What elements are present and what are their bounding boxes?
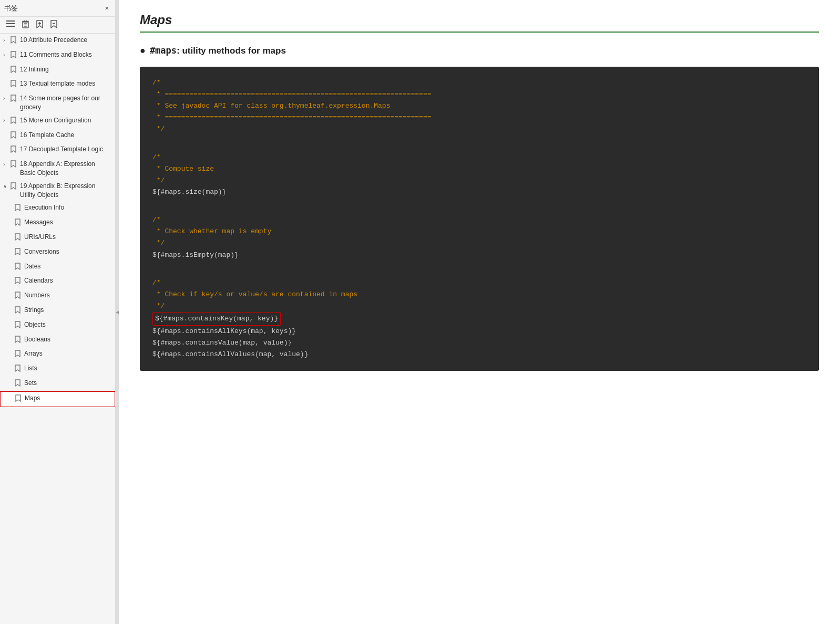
sidebar-item-sub-conversions[interactable]: Conversions [0,245,115,260]
code-line: ${#maps.containsKey(map, key)} [152,312,806,326]
svg-marker-32 [15,307,20,313]
bullet-heading-text: #maps: utility methods for maps [150,45,286,56]
sidebar-item-item-18[interactable]: ›18 Appendix A: Expression Basic Objects [0,158,115,180]
sidebar-item-sub-booleans[interactable]: Booleans [0,333,115,348]
add-bookmark-button[interactable] [34,19,45,31]
sidebar-title: 书签 [4,4,18,13]
expand-arrow: › [3,161,9,168]
bookmark-icon [11,117,18,127]
bookmark-icon [11,66,18,76]
sidebar-header: 书签 × [0,0,115,17]
sidebar-item-sub-maps[interactable]: Maps [0,391,115,407]
sidebar-item-item-15[interactable]: ›15 More on Configuration [0,114,115,129]
bookmark-icon [15,219,22,228]
delete-bookmark-button[interactable] [20,19,31,31]
bookmark-icon [15,248,22,258]
sidebar-item-label: 17 Decoupled Template Logic [20,145,103,154]
close-sidebar-button[interactable]: × [103,3,111,13]
sidebar-item-label: Strings [24,306,44,315]
expand-arrow: › [3,95,9,102]
code-line [152,135,806,143]
sidebar-item-label: Conversions [24,247,59,256]
code-line: * See javadoc API for class org.thymelea… [152,100,806,112]
sidebar-item-sub-uris[interactable]: URIs/URLs [0,231,115,245]
sidebar-item-label: Dates [24,262,40,271]
bookmark-icon [11,182,18,192]
bookmark-icon [11,36,18,46]
svg-marker-36 [15,365,20,371]
svg-marker-37 [15,380,20,386]
svg-rect-0 [6,20,15,22]
svg-marker-21 [11,132,16,138]
code-line: * Compute size [152,163,806,175]
sidebar-item-item-19[interactable]: ∨19 Appendix B: Expression Utility Objec… [0,180,115,202]
sidebar-item-label: Calendars [24,276,53,285]
bookmark-icon [11,51,18,61]
bookmark-icon [15,321,22,331]
bookmark-icon [11,95,18,105]
sidebar-item-sub-calendars[interactable]: Calendars [0,274,115,289]
expand-arrow: › [3,37,9,44]
sidebar-item-label: 10 Attribute Precedence [20,36,87,45]
svg-marker-27 [15,234,20,240]
svg-marker-31 [15,292,20,298]
sidebar-item-sub-messages[interactable]: Messages [0,216,115,231]
code-line: */ [152,300,806,312]
remove-bookmark-button[interactable] [48,19,59,31]
sidebar-item-label: Execution Info [24,203,64,212]
sidebar-item-item-16[interactable]: 16 Template Cache [0,129,115,143]
bookmark-icon [15,336,22,346]
bookmark-icon [15,277,22,287]
sidebar-item-sub-sets[interactable]: Sets [0,377,115,391]
sidebar-item-sub-arrays[interactable]: Arrays [0,347,115,362]
sidebar-item-sub-dates[interactable]: Dates [0,260,115,275]
sidebar-item-label: Booleans [24,335,50,344]
sidebar-item-label: 18 Appendix A: Expression Basic Objects [20,160,112,178]
sidebar-item-sub-objects[interactable]: Objects [0,318,115,333]
code-line [152,206,806,215]
sidebar-item-item-10[interactable]: ›10 Attribute Precedence [0,34,115,48]
sidebar-item-label: Sets [24,379,37,388]
sidebar-item-label: 19 Appendix B: Expression Utility Object… [20,182,112,200]
sidebar-item-sub-lists[interactable]: Lists [0,362,115,377]
sidebar-item-item-13[interactable]: 13 Textual template modes [0,77,115,92]
sidebar-item-label: 16 Template Cache [20,131,74,140]
code-line [152,143,806,152]
sidebar-item-label: Maps [25,394,40,403]
code-line: ${#maps.containsAllValues(map, value)} [152,349,806,360]
bookmark-icon [15,233,22,243]
sidebar-item-sub-numbers[interactable]: Numbers [0,289,115,304]
sidebar-item-item-17[interactable]: 17 Decoupled Template Logic [0,143,115,158]
sidebar-item-item-12[interactable]: 12 Inlining [0,63,115,78]
bookmark-icon [15,263,22,273]
svg-marker-26 [15,219,20,225]
code-line [152,269,806,277]
sidebar-item-item-14[interactable]: ›14 Some more pages for our grocery [0,92,115,114]
code-line [152,261,806,269]
sidebar-item-sub-strings[interactable]: Strings [0,304,115,318]
page-title: Maps [140,13,819,27]
sidebar-item-label: 14 Some more pages for our grocery [20,94,112,112]
bookmark-icon [15,306,22,316]
bullet-dot: ● [140,45,146,56]
sidebar-item-label: URIs/URLs [24,233,56,242]
code-line [152,198,806,206]
svg-marker-19 [11,95,16,101]
sidebar-list: ›10 Attribute Precedence›11 Comments and… [0,34,115,624]
svg-marker-33 [15,321,20,328]
sidebar-item-label: 13 Textual template modes [20,79,95,88]
svg-marker-18 [11,80,16,87]
svg-marker-30 [15,277,20,284]
svg-marker-16 [11,51,16,58]
code-line: /* [152,214,806,226]
sidebar-item-label: 12 Inlining [20,65,49,74]
code-line: */ [152,123,806,135]
menu-dropdown-button[interactable] [4,19,17,30]
sidebar-item-item-11[interactable]: ›11 Comments and Blocks [0,48,115,63]
sidebar: 书签 × ›10 Attribute Precedence›11 Comment… [0,0,116,624]
svg-marker-38 [16,395,21,401]
svg-marker-24 [11,183,16,189]
sidebar-toolbar: × [103,3,111,13]
sidebar-item-sub-execution[interactable]: Execution Info [0,201,115,216]
svg-marker-15 [11,37,16,43]
